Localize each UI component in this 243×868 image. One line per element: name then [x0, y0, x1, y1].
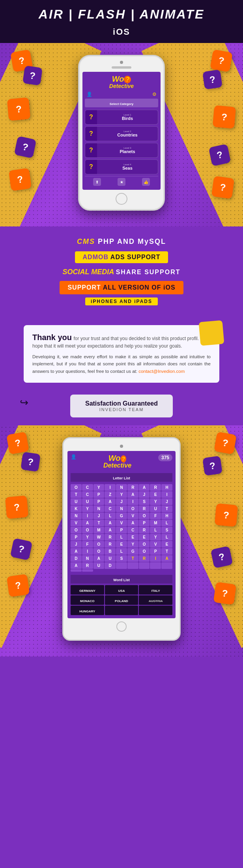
- tablet-profile-icon: 👤: [71, 454, 77, 460]
- category-icon-2: ?: [85, 127, 97, 141]
- letter-cell: P: [139, 520, 150, 526]
- letter-cell: R: [139, 527, 150, 533]
- category-icon-3: ?: [85, 143, 97, 157]
- tqcard-6: ?: [214, 432, 237, 455]
- word-usa[interactable]: USA: [105, 585, 138, 595]
- letter-cell: N: [116, 484, 127, 491]
- header-section: AIR | FLASH | ANIMATE iOS: [0, 0, 243, 43]
- letter-cell: J: [161, 498, 172, 505]
- star-icon[interactable]: ★: [118, 178, 125, 186]
- satisfaction-title: Satisfaction Guaranteed: [78, 400, 165, 407]
- category-item-4[interactable]: ? Level 4 Seas: [85, 159, 158, 174]
- word-monaco[interactable]: MONACO: [71, 595, 104, 605]
- category-text-3: Level 3 Planets: [97, 146, 158, 155]
- category-item-2[interactable]: ? Level 2 Countries: [85, 126, 158, 141]
- letter-cell: A: [161, 555, 172, 562]
- qcard-2: ?: [22, 65, 43, 86]
- info-paragraph-1: Thank you for your trust and that you de…: [32, 333, 211, 349]
- letter-cell: U: [82, 498, 93, 505]
- qcard-6: ?: [210, 49, 233, 72]
- letter-cell: K: [71, 505, 82, 512]
- feature-social: SOCIAL MEDIA SHARE SUPPORT: [12, 268, 231, 276]
- word-italy[interactable]: ITALY: [139, 585, 172, 595]
- tqcard-5: ?: [7, 574, 30, 597]
- letter-cell: G: [116, 513, 127, 519]
- features-section: CMS PHP AND MySQL ADMOB ADS SUPPORT SOCI…: [0, 226, 243, 313]
- letter-cell: E: [150, 491, 161, 498]
- tqcard-8: ?: [215, 503, 238, 527]
- letter-cell: T: [161, 548, 172, 555]
- letter-cell: O: [139, 513, 150, 519]
- info-paragraph-2: Developing it, we made every effort to m…: [32, 353, 211, 375]
- tablet-logo-text: Wo?: [103, 454, 131, 462]
- letter-cell: C: [127, 527, 138, 533]
- letter-cell: V: [116, 520, 127, 526]
- like-icon[interactable]: 👍: [142, 178, 150, 186]
- phone-section: ? ? ? ? ? ? ? ? ? ? Wo? Detective 👤 ⚙ Se…: [0, 43, 243, 226]
- qcard-3: ?: [7, 97, 31, 121]
- category-item-1[interactable]: ? Level 1 Birds: [85, 110, 158, 125]
- letter-cell: T: [71, 491, 82, 498]
- letter-cell: T: [161, 505, 172, 512]
- letter-cell: E: [127, 534, 138, 541]
- letter-cell: S: [139, 498, 150, 505]
- letter-cell: R: [139, 505, 150, 512]
- select-category-text: Select Category: [110, 102, 133, 106]
- category-text-1: Level 1 Birds: [97, 113, 158, 122]
- letter-cell: L: [105, 513, 116, 519]
- letter-cell: A: [127, 520, 138, 526]
- category-text-2: Level 2 Countries: [97, 129, 158, 138]
- letter-cell: T: [127, 555, 138, 562]
- word-austria[interactable]: AUSTRIA: [139, 595, 172, 605]
- tablet-app-logo: Wo? Detective: [103, 454, 131, 469]
- app-bottom-bar: ⬆ ★ 👍: [85, 176, 158, 187]
- letter-cell: B: [105, 548, 116, 555]
- letter-cell: Z: [105, 491, 116, 498]
- feature-admob: ADMOB ADS SUPPORT: [75, 251, 168, 263]
- tqcard-10: ?: [213, 582, 237, 605]
- tqcard-9: ?: [211, 546, 233, 569]
- letter-cell: O: [93, 541, 105, 548]
- letter-cell: N: [71, 513, 82, 519]
- letter-cell: M: [150, 520, 161, 526]
- letter-cell: E: [161, 541, 172, 548]
- letter-cell: I: [82, 513, 93, 519]
- tablet-score-badge: 375: [158, 454, 172, 461]
- phone-home-button[interactable]: [116, 193, 127, 205]
- tablet-home-button[interactable]: [116, 621, 127, 632]
- info-gold-decoration: [198, 320, 224, 346]
- letter-cell: R: [150, 484, 161, 491]
- letter-cell: R: [139, 555, 150, 562]
- app-logo: Wo? Detective: [85, 75, 158, 89]
- word-poland[interactable]: POLAND: [105, 595, 138, 605]
- share-icon[interactable]: ⬆: [93, 178, 101, 186]
- letter-grid: O C Y I N R A R H T C P Z Y A J E I U: [71, 484, 172, 572]
- letter-cell: L: [161, 534, 172, 541]
- qcard-5: ?: [9, 168, 32, 191]
- letter-cell: A: [105, 498, 116, 505]
- word-germany[interactable]: GERMANY: [71, 585, 104, 595]
- letter-cell: Y: [116, 491, 127, 498]
- letter-cell: Y: [150, 534, 161, 541]
- letter-cell: C: [82, 484, 93, 491]
- letter-cell: N: [93, 505, 105, 512]
- letter-cell: S: [161, 527, 172, 533]
- letter-cell: O: [71, 484, 82, 491]
- info-wrapper: Thank you for your trust and that you de…: [0, 313, 243, 383]
- letter-cell: A: [105, 520, 116, 526]
- category-item-3[interactable]: ? Level 3 Planets: [85, 143, 158, 158]
- letter-cell: P: [150, 548, 161, 555]
- word-hungary[interactable]: HUNGARY: [71, 606, 104, 615]
- tqcard-1: ?: [6, 432, 29, 455]
- letter-cell: P: [116, 527, 127, 533]
- category-icon-4: ?: [85, 160, 97, 174]
- category-icon-1: ?: [85, 110, 97, 124]
- tablet-camera: [120, 445, 123, 448]
- qcard-10: ?: [211, 176, 235, 199]
- satisfaction-inner: ↩ Satisfaction Guaranteed INVEDION TEAM: [12, 395, 231, 417]
- letter-cell: P: [71, 534, 82, 541]
- letter-cell: I: [127, 498, 138, 505]
- satisfaction-box: Satisfaction Guaranteed INVEDION TEAM: [70, 395, 173, 417]
- letter-cell: U: [150, 505, 161, 512]
- info-section: Thank you for your trust and that you de…: [24, 325, 219, 383]
